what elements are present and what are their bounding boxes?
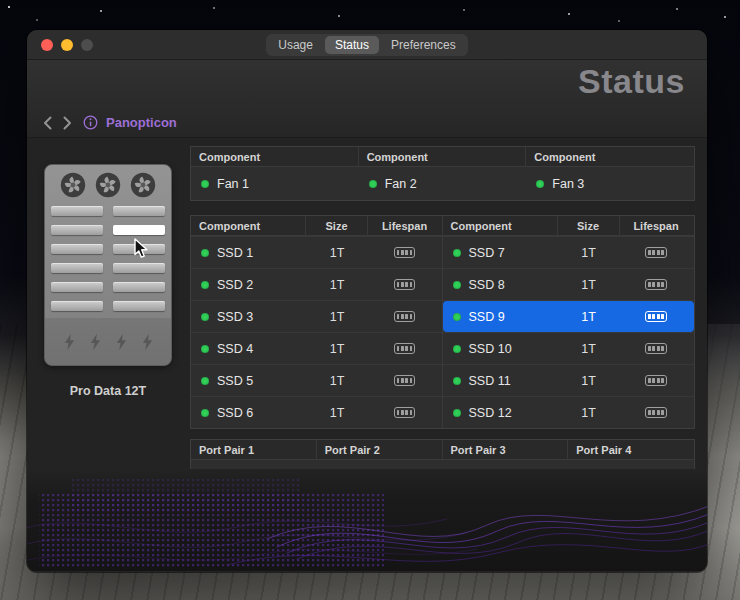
view-switcher: Usage Status Preferences bbox=[266, 34, 467, 56]
ssd-size: 1T bbox=[558, 237, 620, 268]
table-row[interactable]: SSD 3 1T SSD 9 1T bbox=[191, 300, 694, 332]
ssd-table-header: Component Size Lifespan Component Size L… bbox=[191, 216, 694, 236]
lightning-bolt-icon bbox=[116, 333, 127, 351]
device-navigation: Panopticon bbox=[43, 115, 177, 130]
lightning-bolt-icon bbox=[64, 333, 75, 351]
lifespan-gauge-icon bbox=[394, 375, 416, 386]
ssd-size: 1T bbox=[558, 365, 620, 396]
page-title: Status bbox=[578, 62, 685, 101]
lifespan-gauge-icon bbox=[645, 311, 667, 322]
stars-decoration bbox=[8, 6, 10, 8]
lifespan-gauge-icon bbox=[394, 407, 416, 418]
column-header: Lifespan bbox=[368, 216, 441, 235]
ssd-size: 1T bbox=[558, 301, 620, 332]
traffic-lights bbox=[41, 39, 93, 51]
table-row[interactable]: SSD 6 1T SSD 12 1T bbox=[191, 396, 694, 428]
device-name-breadcrumb[interactable]: Panopticon bbox=[106, 115, 177, 130]
close-button[interactable] bbox=[41, 39, 53, 51]
status-ok-dot bbox=[201, 345, 209, 353]
ssd-size: 1T bbox=[558, 333, 620, 364]
column-header: Component bbox=[359, 147, 527, 166]
status-ok-dot bbox=[453, 409, 461, 417]
ssd-name: SSD 3 bbox=[217, 310, 253, 324]
column-header: Component bbox=[191, 216, 306, 235]
drive-slot[interactable] bbox=[113, 206, 165, 216]
lifespan-gauge-icon bbox=[645, 279, 667, 290]
ssd-name: SSD 8 bbox=[469, 278, 505, 292]
column-header: Port Pair 2 bbox=[317, 440, 443, 459]
minimize-button[interactable] bbox=[61, 39, 73, 51]
lightning-bolt-icon bbox=[142, 333, 153, 351]
table-row[interactable]: SSD 5 1T SSD 11 1T bbox=[191, 364, 694, 396]
app-window: Usage Status Preferences Status Panoptic… bbox=[27, 30, 707, 572]
status-tables: Component Component Component Fan 1 Fan … bbox=[190, 146, 695, 493]
status-ok-dot bbox=[453, 345, 461, 353]
back-button[interactable] bbox=[43, 116, 52, 130]
lifespan-gauge-icon bbox=[394, 279, 416, 290]
power-modules bbox=[45, 318, 171, 365]
ssd-size: 1T bbox=[306, 301, 368, 332]
fan-status-cell: Fan 1 bbox=[191, 167, 359, 200]
fan-icon bbox=[130, 172, 156, 198]
drive-slot-highlighted[interactable] bbox=[113, 225, 165, 235]
ssd-name: SSD 9 bbox=[469, 310, 505, 324]
ssd-size: 1T bbox=[306, 237, 368, 268]
ssd-name: SSD 10 bbox=[469, 342, 512, 356]
drive-slot[interactable] bbox=[113, 244, 165, 254]
lifespan-gauge-icon bbox=[645, 407, 667, 418]
forward-button[interactable] bbox=[63, 116, 72, 130]
main-content: Pro Data 12T Component Component Compone… bbox=[27, 138, 707, 571]
ssd-name: SSD 1 bbox=[217, 246, 253, 260]
drive-slot[interactable] bbox=[51, 244, 103, 254]
table-row[interactable]: SSD 2 1T SSD 8 1T bbox=[191, 268, 694, 300]
selected-row-ssd-9[interactable]: SSD 9 1T bbox=[443, 301, 695, 332]
info-icon[interactable] bbox=[83, 115, 98, 130]
ssd-name: SSD 5 bbox=[217, 374, 253, 388]
status-ok-dot bbox=[201, 409, 209, 417]
tab-status[interactable]: Status bbox=[325, 36, 379, 54]
fan-table-header: Component Component Component bbox=[191, 147, 694, 167]
status-ok-dot bbox=[201, 281, 209, 289]
tab-preferences[interactable]: Preferences bbox=[381, 36, 466, 54]
status-ok-dot bbox=[453, 377, 461, 385]
drive-slot[interactable] bbox=[51, 301, 103, 311]
fan-icon bbox=[95, 172, 121, 198]
ssd-name: SSD 4 bbox=[217, 342, 253, 356]
drive-slot[interactable] bbox=[51, 263, 103, 273]
status-ok-dot bbox=[201, 313, 209, 321]
fan-status-cell: Fan 3 bbox=[526, 167, 694, 200]
table-row[interactable]: SSD 4 1T SSD 10 1T bbox=[191, 332, 694, 364]
lifespan-gauge-icon bbox=[645, 343, 667, 354]
drive-slot[interactable] bbox=[113, 301, 165, 311]
drive-slot[interactable] bbox=[51, 282, 103, 292]
status-ok-dot bbox=[536, 180, 544, 188]
drive-slot[interactable] bbox=[51, 225, 103, 235]
fan-table: Component Component Component Fan 1 Fan … bbox=[190, 146, 695, 201]
table-row[interactable]: SSD 1 1T SSD 7 1T bbox=[191, 236, 694, 268]
ssd-name: SSD 6 bbox=[217, 406, 253, 420]
status-ok-dot bbox=[201, 180, 209, 188]
column-header: Port Pair 3 bbox=[443, 440, 569, 459]
lifespan-gauge-icon bbox=[394, 311, 416, 322]
fan-row: Fan 1 Fan 2 Fan 3 bbox=[191, 167, 694, 200]
titlebar: Usage Status Preferences bbox=[27, 30, 707, 60]
ssd-name: SSD 2 bbox=[217, 278, 253, 292]
ssd-size: 1T bbox=[558, 269, 620, 300]
zoom-button[interactable] bbox=[81, 39, 93, 51]
column-header: Size bbox=[306, 216, 368, 235]
drive-slot[interactable] bbox=[113, 263, 165, 273]
chevron-right-icon bbox=[63, 116, 72, 130]
drive-slot[interactable] bbox=[51, 206, 103, 216]
drive-slot[interactable] bbox=[113, 282, 165, 292]
ssd-name: SSD 7 bbox=[469, 246, 505, 260]
fan-name: Fan 1 bbox=[217, 177, 249, 191]
fan-status-cell: Fan 2 bbox=[359, 167, 527, 200]
tab-usage[interactable]: Usage bbox=[268, 36, 323, 54]
port-table-header: Port Pair 1 Port Pair 2 Port Pair 3 Port… bbox=[191, 440, 694, 460]
ssd-size: 1T bbox=[306, 397, 368, 428]
lifespan-gauge-icon bbox=[645, 247, 667, 258]
device-panel: Pro Data 12T bbox=[44, 164, 172, 398]
ssd-size: 1T bbox=[306, 365, 368, 396]
ssd-size: 1T bbox=[306, 269, 368, 300]
fan-name: Fan 2 bbox=[385, 177, 417, 191]
